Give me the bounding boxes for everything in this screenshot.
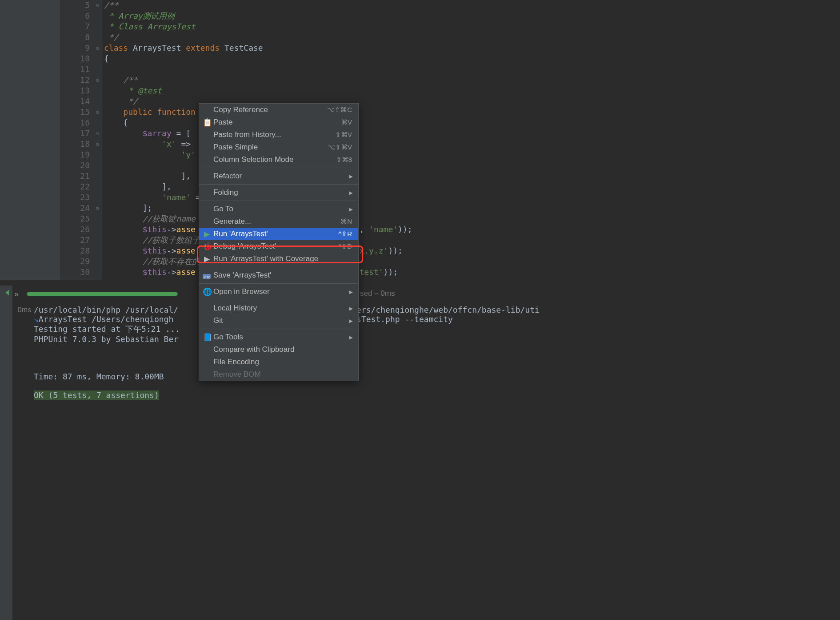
line-number[interactable]: 17 <box>60 128 90 139</box>
line-number[interactable]: 10 <box>60 53 90 64</box>
code-line[interactable]: { <box>102 53 840 64</box>
line-number[interactable]: 28 <box>60 246 90 256</box>
menu-item-folding[interactable]: Folding▶ <box>199 186 358 199</box>
menu-item-run-arraystest[interactable]: ▶Run 'ArraysTest'^⇧R <box>199 228 358 240</box>
book-icon: 📘 <box>203 333 211 342</box>
clipboard-icon: 📋 <box>203 118 211 127</box>
line-number[interactable]: 27 <box>60 235 90 246</box>
menu-item-compare-with-clipboard[interactable]: Compare with Clipboard <box>199 343 358 356</box>
menu-item-go-tools[interactable]: 📘Go Tools▶ <box>199 331 358 343</box>
submenu-arrow-icon: ▶ <box>349 290 353 294</box>
line-number[interactable]: 30 <box>60 267 90 278</box>
menu-item-copy-reference[interactable]: Copy Reference⌥⇧⌘C <box>199 104 358 116</box>
line-number[interactable]: 26 <box>60 224 90 235</box>
line-number[interactable]: 6 <box>60 11 90 21</box>
code-line[interactable] <box>102 64 840 75</box>
bug-icon: 🐞 <box>203 242 211 251</box>
code-line[interactable]: * Array测试用例 <box>102 11 840 21</box>
fold-marker-icon[interactable]: ⊟ <box>94 203 100 213</box>
fold-marker-icon[interactable]: ⊟ <box>94 43 100 53</box>
menu-shortcut: ⌥⇧⌘C <box>327 106 352 114</box>
menu-item-label: Save 'ArraysTest' <box>213 271 352 280</box>
submenu-arrow-icon: ▶ <box>349 190 353 195</box>
line-number[interactable]: 20 <box>60 160 90 171</box>
menu-shortcut: ⌥⇧⌘V <box>328 143 352 151</box>
menu-item-label: Git <box>213 316 352 325</box>
line-number[interactable]: 29 <box>60 256 90 267</box>
menu-item-label: Run 'ArraysTest' <box>213 229 338 238</box>
line-number[interactable]: 22 <box>60 181 90 192</box>
menu-item-run-arraystest-with-coverage[interactable]: ▶Run 'ArraysTest' with Coverage <box>199 253 358 265</box>
code-line[interactable]: /** <box>102 75 840 85</box>
fold-marker-icon[interactable]: ⊟ <box>94 0 100 11</box>
menu-item-label: Paste from History... <box>213 130 335 139</box>
submenu-arrow-icon: ▶ <box>349 318 353 323</box>
line-number-gutter[interactable]: 5678910111213141516171819202122232425262… <box>60 0 102 280</box>
line-number[interactable]: 18 <box>60 139 90 149</box>
fold-marker-icon[interactable]: ⊟ <box>94 107 100 117</box>
console-output[interactable]: /usr/local/bin/php /usr/local/ Users/che… <box>34 305 840 400</box>
submenu-arrow-icon: ▶ <box>349 207 353 212</box>
context-menu: Copy Reference⌥⇧⌘C📋Paste⌘VPaste from His… <box>199 103 359 381</box>
menu-item-refactor[interactable]: Refactor▶ <box>199 170 358 182</box>
fold-marker-icon[interactable]: ⊟ <box>94 139 100 149</box>
menu-item-generate[interactable]: Generate...⌘N <box>199 215 358 228</box>
fold-marker-icon[interactable]: ⊟ <box>94 75 100 85</box>
line-number[interactable]: 7 <box>60 21 90 32</box>
line-number[interactable]: 12 <box>60 75 90 85</box>
php-icon: php <box>203 271 211 280</box>
menu-shortcut: ⇧⌘V <box>335 131 352 139</box>
menu-item-open-in-browser[interactable]: 🌐Open in Browser▶ <box>199 286 358 298</box>
menu-item-label: Run 'ArraysTest' with Coverage <box>213 254 352 263</box>
menu-item-go-to[interactable]: Go To▶ <box>199 203 358 215</box>
menu-item-label: Local History <box>213 304 352 313</box>
menu-item-column-selection-mode[interactable]: Column Selection Mode⇧⌘8 <box>199 153 358 166</box>
rerun-icon[interactable] <box>2 288 11 297</box>
test-duration: 0ms <box>4 306 31 314</box>
line-number[interactable]: 25 <box>60 213 90 224</box>
code-line[interactable]: */ <box>102 32 840 43</box>
run-tool-window: » sed – 0ms 0ms /usr/local/bin/php /usr/… <box>0 286 840 620</box>
play-icon: ▶ <box>203 254 211 264</box>
code-editor: 5678910111213141516171819202122232425262… <box>0 0 840 280</box>
progress-fill <box>27 292 177 296</box>
menu-item-git[interactable]: Git▶ <box>199 314 358 327</box>
test-status-text: sed – 0ms <box>360 289 395 298</box>
line-number[interactable]: 11 <box>60 64 90 75</box>
menu-item-label: Folding <box>213 188 352 197</box>
menu-item-label: Paste <box>213 118 341 127</box>
menu-item-local-history[interactable]: Local History▶ <box>199 302 358 314</box>
menu-item-label: Paste Simple <box>213 143 328 152</box>
menu-item-label: Generate... <box>213 217 340 226</box>
line-number[interactable]: 9 <box>60 43 90 53</box>
line-number[interactable]: 16 <box>60 117 90 128</box>
code-line[interactable]: /** <box>102 0 840 11</box>
line-number[interactable]: 23 <box>60 192 90 203</box>
menu-item-label: Remove BOM <box>213 370 352 379</box>
line-number[interactable]: 19 <box>60 149 90 160</box>
line-number[interactable]: 24 <box>60 203 90 213</box>
menu-item-label: Debug 'ArraysTest' <box>213 242 338 251</box>
menu-item-paste-from-history[interactable]: Paste from History...⇧⌘V <box>199 129 358 141</box>
progress-track <box>27 292 178 296</box>
line-number[interactable]: 21 <box>60 171 90 181</box>
code-line[interactable]: class ArraysTest extends TestCase <box>102 43 840 53</box>
menu-item-paste[interactable]: 📋Paste⌘V <box>199 116 358 129</box>
menu-item-label: Refactor <box>213 172 352 181</box>
menu-item-save-arraystest[interactable]: phpSave 'ArraysTest' <box>199 269 358 282</box>
line-number[interactable]: 8 <box>60 32 90 43</box>
code-line[interactable]: * @test <box>102 85 840 96</box>
line-number[interactable]: 14 <box>60 96 90 107</box>
menu-item-debug-arraystest[interactable]: 🐞Debug 'ArraysTest'^⇧D <box>199 240 358 253</box>
menu-item-paste-simple[interactable]: Paste Simple⌥⇧⌘V <box>199 141 358 153</box>
menu-shortcut: ^⇧D <box>338 242 352 250</box>
code-line[interactable]: * Class ArraysTest <box>102 21 840 32</box>
line-number[interactable]: 5 <box>60 0 90 11</box>
line-number[interactable]: 15 <box>60 107 90 117</box>
fold-marker-icon[interactable]: ⊟ <box>94 128 100 139</box>
line-number[interactable]: 13 <box>60 85 90 96</box>
menu-item-file-encoding[interactable]: File Encoding <box>199 356 358 368</box>
menu-item-label: Go To <box>213 205 352 213</box>
expand-indicator[interactable]: » <box>14 290 19 299</box>
menu-shortcut: ⇧⌘8 <box>336 156 352 164</box>
